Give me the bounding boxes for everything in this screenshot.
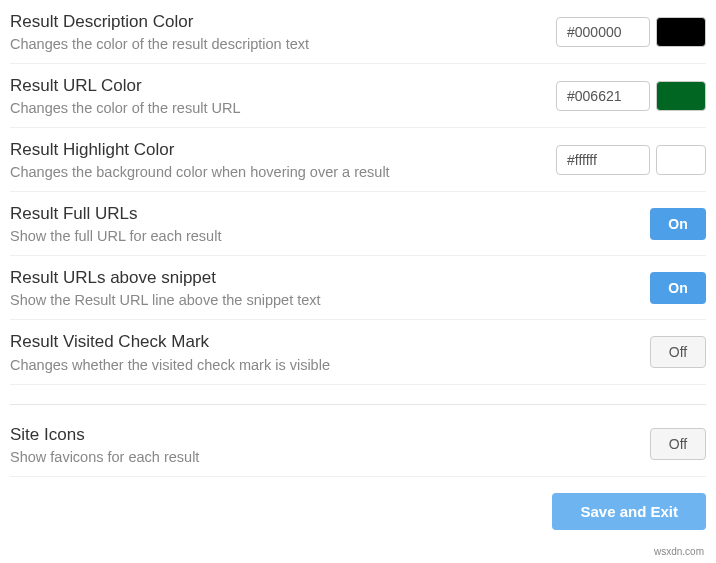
setting-title: Result Full URLs (10, 203, 630, 225)
setting-left: Result Visited Check Mark Changes whethe… (10, 331, 650, 372)
setting-hint: Show the full URL for each result (10, 228, 630, 244)
setting-hint: Changes the background color when hoveri… (10, 164, 536, 180)
color-swatch-result-highlight[interactable] (656, 145, 706, 175)
setting-left: Result Description Color Changes the col… (10, 11, 556, 52)
setting-left: Result Full URLs Show the full URL for e… (10, 203, 650, 244)
row-result-full-urls: Result Full URLs Show the full URL for e… (10, 192, 706, 256)
toggle-site-icons[interactable]: Off (650, 428, 706, 460)
color-input-result-description[interactable] (556, 17, 650, 47)
toggle-result-full-urls[interactable]: On (650, 208, 706, 240)
setting-left: Result Highlight Color Changes the backg… (10, 139, 556, 180)
setting-hint: Changes the color of the result URL (10, 100, 536, 116)
setting-left: Result URLs above snippet Show the Resul… (10, 267, 650, 308)
row-result-urls-above-snippet: Result URLs above snippet Show the Resul… (10, 256, 706, 320)
color-input-result-url[interactable] (556, 81, 650, 111)
color-input-result-highlight[interactable] (556, 145, 650, 175)
setting-title: Site Icons (10, 424, 630, 446)
row-result-url-color: Result URL Color Changes the color of th… (10, 64, 706, 128)
setting-hint: Show the Result URL line above the snipp… (10, 292, 630, 308)
setting-right: On (650, 272, 706, 304)
row-result-highlight-color: Result Highlight Color Changes the backg… (10, 128, 706, 192)
setting-left: Site Icons Show favicons for each result (10, 424, 650, 465)
row-result-description-color: Result Description Color Changes the col… (10, 0, 706, 64)
row-result-visited-check-mark: Result Visited Check Mark Changes whethe… (10, 320, 706, 384)
setting-title: Result Visited Check Mark (10, 331, 630, 353)
setting-left: Result URL Color Changes the color of th… (10, 75, 556, 116)
setting-hint: Changes the color of the result descript… (10, 36, 536, 52)
setting-hint: Show favicons for each result (10, 449, 630, 465)
setting-right: Off (650, 336, 706, 368)
save-and-exit-button[interactable]: Save and Exit (552, 493, 706, 530)
row-site-icons: Site Icons Show favicons for each result… (10, 413, 706, 477)
setting-right (556, 17, 706, 47)
color-swatch-result-description[interactable] (656, 17, 706, 47)
setting-right: Off (650, 428, 706, 460)
toggle-result-visited-check-mark[interactable]: Off (650, 336, 706, 368)
setting-title: Result URL Color (10, 75, 536, 97)
toggle-result-urls-above-snippet[interactable]: On (650, 272, 706, 304)
group-divider (10, 385, 706, 405)
setting-right: On (650, 208, 706, 240)
setting-title: Result Highlight Color (10, 139, 536, 161)
footer: Save and Exit (10, 477, 706, 540)
setting-right (556, 145, 706, 175)
setting-title: Result Description Color (10, 11, 536, 33)
setting-title: Result URLs above snippet (10, 267, 630, 289)
setting-hint: Changes whether the visited check mark i… (10, 357, 630, 373)
color-swatch-result-url[interactable] (656, 81, 706, 111)
setting-right (556, 81, 706, 111)
